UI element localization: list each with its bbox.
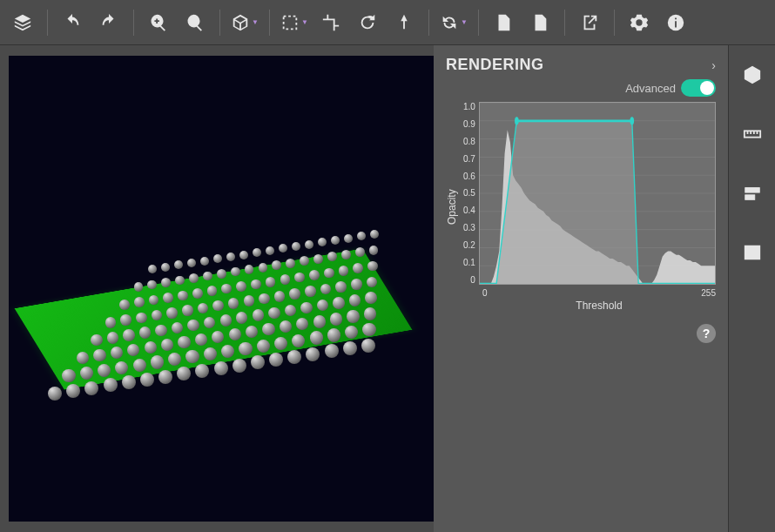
select-icon [280, 13, 300, 32]
ruler-button[interactable] [735, 117, 770, 152]
separator [47, 10, 48, 36]
view-cube-menu[interactable]: ▼ [227, 5, 262, 40]
undo-icon [63, 13, 82, 32]
zoom-in-button[interactable] [141, 5, 176, 40]
settings-button[interactable] [622, 5, 657, 40]
svg-rect-16 [745, 195, 754, 200]
layers-button[interactable] [5, 5, 40, 40]
export-pdf-button[interactable] [486, 5, 521, 40]
marker-icon [394, 13, 414, 32]
advanced-label: Advanced [625, 82, 676, 95]
cube-icon [231, 13, 250, 32]
x-axis-label: Threshold [482, 300, 716, 312]
undo-button[interactable] [55, 5, 90, 40]
collapse-chevron-icon[interactable]: › [711, 58, 716, 72]
svg-rect-14 [744, 131, 759, 137]
separator [564, 10, 565, 36]
help-button[interactable]: ? [697, 324, 716, 343]
rendering-panel: RENDERING › Advanced Opacity 1.00.90.80.… [434, 45, 728, 532]
panel-title: RENDERING [446, 56, 544, 74]
levels-icon [743, 184, 762, 203]
sync-rotate-icon [440, 13, 459, 32]
image-button[interactable] [735, 235, 770, 270]
chart-canvas[interactable] [479, 102, 716, 285]
x-axis-ticks: 0255 [482, 288, 716, 298]
share-button[interactable] [572, 5, 607, 40]
rotate-icon [358, 13, 377, 32]
settings-icon [630, 13, 649, 32]
image-icon [743, 243, 762, 262]
separator [478, 10, 479, 36]
chart-inner: 1.00.90.80.70.60.50.40.30.20.10 0255 Thr… [463, 102, 716, 312]
crop-icon [321, 13, 340, 32]
zoom-out-icon [185, 13, 205, 32]
separator [219, 10, 220, 36]
side-panels: RENDERING › Advanced Opacity 1.00.90.80.… [434, 45, 775, 532]
pdf-icon [494, 13, 513, 32]
redo-icon [99, 13, 118, 32]
sync-rotate-button[interactable]: ▼ [436, 5, 471, 40]
svg-point-18 [747, 249, 750, 252]
viewport-3d[interactable] [9, 56, 434, 522]
export-csv-button[interactable] [522, 5, 557, 40]
csv-icon [530, 13, 549, 32]
ruler-icon [743, 125, 762, 144]
separator [614, 10, 615, 36]
separator [133, 10, 134, 36]
rotate-button[interactable] [350, 5, 385, 40]
redo-button[interactable] [91, 5, 126, 40]
separator [428, 10, 429, 36]
chevron-down-icon: ▼ [252, 18, 259, 26]
view3d-button[interactable] [735, 57, 770, 92]
separator [269, 10, 270, 36]
crop-button[interactable] [313, 5, 348, 40]
3d-cube-icon [743, 65, 762, 84]
main-area: RENDERING › Advanced Opacity 1.00.90.80.… [0, 45, 775, 532]
layers-icon [13, 13, 32, 32]
chevron-down-icon: ▼ [461, 18, 468, 26]
advanced-row: Advanced [446, 79, 716, 97]
svg-point-13 [630, 117, 634, 125]
share-icon [580, 13, 599, 32]
zoom-out-button[interactable] [178, 5, 212, 40]
marker-button[interactable] [387, 5, 421, 40]
y-axis-ticks: 1.00.90.80.70.60.50.40.30.20.10 [463, 102, 475, 285]
right-rail [728, 45, 775, 532]
advanced-toggle[interactable] [681, 79, 716, 97]
zoom-in-icon [149, 13, 168, 32]
svg-point-12 [515, 117, 519, 125]
info-button[interactable] [658, 5, 693, 40]
top-toolbar: ▼ ▼ ▼ [0, 0, 775, 45]
panel-header: RENDERING › [446, 56, 716, 74]
chevron-down-icon: ▼ [301, 18, 308, 26]
info-icon [666, 13, 685, 32]
levels-button[interactable] [735, 176, 770, 211]
select-menu[interactable]: ▼ [277, 5, 312, 40]
y-axis-label: Opacity [446, 102, 458, 312]
help-row: ? [446, 324, 716, 343]
transfer-function-chart: Opacity 1.00.90.80.70.60.50.40.30.20.10 … [446, 102, 716, 312]
svg-rect-15 [745, 188, 759, 193]
